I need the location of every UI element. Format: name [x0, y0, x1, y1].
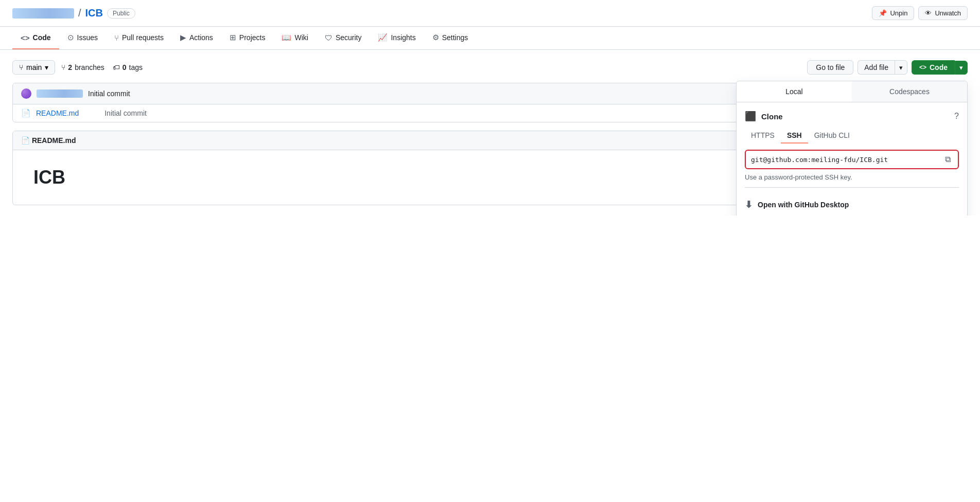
clone-terminal-icon: ⬛: [745, 111, 756, 122]
branch-count-icon: ⑂: [61, 63, 65, 71]
visibility-badge: Public: [107, 8, 135, 19]
unpin-button[interactable]: 📌 Unpin: [872, 6, 914, 20]
tab-issues[interactable]: ⊙ Issues: [59, 27, 106, 49]
header-actions: 📌 Unpin 👁 Unwatch: [872, 6, 968, 20]
tag-icon: 🏷: [113, 63, 120, 71]
code-icon: <>: [21, 33, 30, 42]
code-main-button[interactable]: <> Code: [912, 60, 955, 75]
clone-panel: Local Codespaces ⬛ Clone ? HTTPS SSH Git…: [736, 81, 968, 216]
tab-code[interactable]: <> Code: [12, 27, 59, 49]
issues-icon: ⊙: [67, 33, 74, 42]
tab-actions[interactable]: ▶ Actions: [172, 27, 221, 49]
clone-protocol-tabs: HTTPS SSH GitHub CLI: [745, 128, 959, 144]
repo-owner: [12, 8, 74, 19]
wiki-icon: 📖: [282, 33, 291, 42]
pr-icon: ⑂: [114, 33, 119, 42]
help-icon[interactable]: ?: [954, 112, 959, 121]
chevron-down-icon: ▾: [45, 63, 48, 71]
commit-message: Initial commit: [88, 89, 130, 98]
tab-security[interactable]: 🛡 Security: [317, 27, 370, 49]
readme-icon: 📄: [21, 136, 30, 145]
copy-url-button[interactable]: ⧉: [943, 154, 953, 165]
settings-icon: ⚙: [432, 33, 439, 42]
pin-icon: 📌: [879, 9, 887, 17]
tab-projects[interactable]: ⊞ Projects: [221, 27, 274, 49]
commit-author: [37, 89, 83, 98]
cli-tab[interactable]: GitHub CLI: [808, 128, 856, 144]
file-name-link[interactable]: README.md: [36, 109, 79, 117]
eye-icon: 👁: [925, 9, 932, 17]
header: / ICB Public 📌 Unpin 👁 Unwatch: [0, 0, 980, 27]
main-content: ⑂ main ▾ ⑂ 2 branches 🏷 0 tags Go to fil…: [0, 50, 980, 216]
file-commit-msg: Initial commit: [104, 109, 147, 117]
clone-section-header: ⬛ Clone ?: [745, 111, 959, 122]
file-icon: 📄: [21, 109, 31, 118]
code-dropdown-button[interactable]: ▾: [955, 61, 968, 75]
code-angle-icon: <>: [919, 64, 926, 71]
insights-icon: 📈: [378, 33, 388, 42]
desktop-icon: ⬇: [745, 199, 752, 210]
nav-tabs: <> Code ⊙ Issues ⑂ Pull requests ▶ Actio…: [0, 27, 980, 50]
tags-link[interactable]: 🏷 0 tags: [113, 63, 143, 71]
add-file-button-group: Add file ▾: [857, 60, 907, 75]
tab-wiki[interactable]: 📖 Wiki: [273, 27, 316, 49]
ssh-hint: Use a password-protected SSH key.: [745, 173, 959, 181]
ssh-url-box: git@github.com:meiling-fdu/ICB.git ⧉: [745, 150, 959, 169]
ssh-tab[interactable]: SSH: [781, 128, 808, 144]
actions-icon: ▶: [180, 33, 186, 42]
open-desktop-action[interactable]: ⬇ Open with GitHub Desktop: [745, 194, 959, 216]
branch-meta: ⑂ 2 branches 🏷 0 tags: [61, 63, 143, 71]
ssh-url-text: git@github.com:meiling-fdu/ICB.git: [751, 156, 943, 164]
tab-settings[interactable]: ⚙ Settings: [424, 27, 477, 49]
avatar-image: [21, 88, 31, 99]
branches-link[interactable]: ⑂ 2 branches: [61, 63, 104, 71]
divider: [745, 187, 959, 188]
repo-title: / ICB Public: [12, 7, 135, 19]
branch-selector[interactable]: ⑂ main ▾: [12, 60, 55, 75]
local-tab[interactable]: Local: [737, 81, 852, 102]
tab-pull-requests[interactable]: ⑂ Pull requests: [106, 27, 172, 49]
clone-body: ⬛ Clone ? HTTPS SSH GitHub CLI git@githu…: [737, 102, 967, 216]
codespaces-tab[interactable]: Codespaces: [852, 81, 967, 102]
unwatch-button[interactable]: 👁 Unwatch: [918, 6, 968, 20]
security-icon: 🛡: [325, 33, 332, 42]
branch-icon: ⑂: [19, 63, 23, 71]
clone-main-tabs: Local Codespaces: [737, 81, 967, 102]
separator: /: [78, 7, 81, 19]
projects-icon: ⊞: [230, 33, 236, 42]
repo-name-text: ICB: [85, 7, 103, 19]
add-file-button[interactable]: Add file: [857, 60, 895, 75]
toolbar-right: Go to file Add file ▾ <> Code ▾: [807, 60, 968, 75]
go-to-file-button[interactable]: Go to file: [807, 60, 853, 75]
avatar: [21, 88, 31, 99]
tab-insights[interactable]: 📈 Insights: [370, 27, 424, 49]
repo-toolbar: ⑂ main ▾ ⑂ 2 branches 🏷 0 tags Go to fil…: [12, 60, 968, 75]
https-tab[interactable]: HTTPS: [745, 128, 781, 144]
code-button-group: <> Code ▾: [912, 60, 968, 75]
add-file-dropdown[interactable]: ▾: [895, 60, 907, 75]
